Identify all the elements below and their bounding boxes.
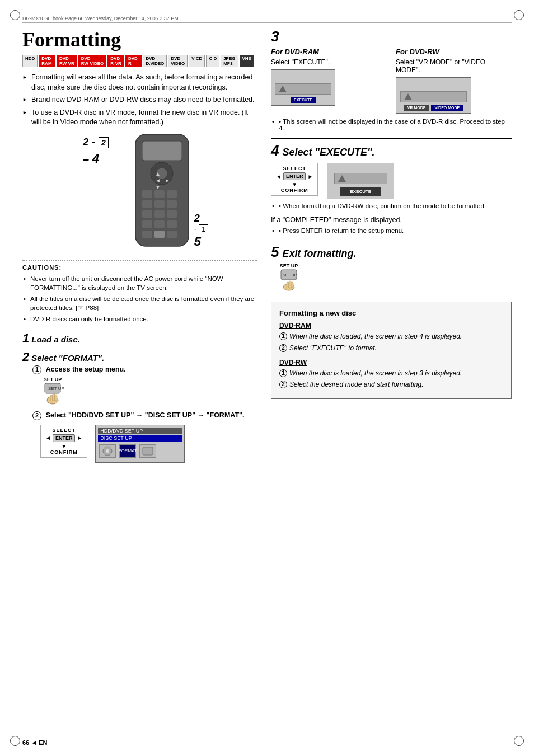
step5-section: 5 Exit formatting. SET UP SET UP xyxy=(271,243,512,293)
svg-marker-34 xyxy=(338,175,346,182)
enter-btn: ENTER xyxy=(53,434,76,442)
vr-mode-buttons: VR MODE VIDEO MODE xyxy=(404,105,463,111)
step4-execute-screen: EXECUTE xyxy=(327,163,394,199)
step1-number: 1 xyxy=(22,331,29,346)
step3-dvd-rw-title: For DVD-RW xyxy=(396,48,512,56)
dvd-rw-step1-num: 1 xyxy=(279,369,287,377)
step2-substep1: 1 Access the setup menu. xyxy=(32,365,257,374)
menu-row-disc: DISC SET UP xyxy=(98,435,182,442)
step5-setup-icon: SET UP SET UP xyxy=(277,263,512,293)
cautions-title: CAUTIONS: xyxy=(22,264,257,271)
svg-rect-19 xyxy=(167,220,177,228)
screen-top-icon2 xyxy=(400,91,467,102)
svg-rect-1 xyxy=(142,141,182,161)
badge-dvd-ram: DVD-RAM xyxy=(39,55,55,67)
step4-select-confirm: SELECT ◄ ENTER ► ▼ CONFIRM xyxy=(271,163,318,196)
step3-dvd-rw-text: Select "VR MODE" or "VIDEO MODE". xyxy=(396,58,512,74)
execute-btn: EXECUTE xyxy=(291,97,316,103)
setup-icon-area: SET UP SET UP xyxy=(40,377,257,406)
step2-number: 2 xyxy=(22,350,29,364)
disc-badges: HDD DVD-RAM DVD-RW-VR DVD-RW-VIDEO DVD-R… xyxy=(22,55,257,67)
step3-dvd-ram-text: Select "EXECUTE". xyxy=(271,58,387,66)
right-arrow: ► xyxy=(77,435,82,441)
header-text: DR-MX10SE.book Page 66 Wednesday, Decemb… xyxy=(22,16,179,21)
video-mode-btn: VIDEO MODE xyxy=(431,105,463,111)
steps-section: 1 Load a disc. 2 Select "FORMAT". 1 Acce… xyxy=(22,331,257,463)
step1-row: 1 Load a disc. xyxy=(22,331,257,346)
svg-rect-13 xyxy=(167,200,177,208)
enter-msg: • Press ENTER to return to the setup men… xyxy=(271,227,512,234)
svg-rect-12 xyxy=(154,200,165,208)
caution-1: Never turn off the unit or disconnect th… xyxy=(22,274,257,292)
svg-rect-40 xyxy=(291,282,293,288)
svg-rect-15 xyxy=(154,210,165,218)
step4-ui-row: SELECT ◄ ENTER ► ▼ CONFIRM xyxy=(271,163,512,199)
step-2-indicators: 2 - 2 – 4 xyxy=(83,134,109,252)
step2-substep2: 2 Select "HDD/DVD SET UP" → "DISC SET UP… xyxy=(32,411,257,420)
substep1-label: Access the setup menu. xyxy=(46,365,126,373)
substep2-num: 2 xyxy=(32,411,41,420)
dvd-rw-step2: 2 Select the desired mode and start form… xyxy=(279,380,503,389)
step2-row: 2 Select "FORMAT". xyxy=(22,350,257,365)
svg-text:▼: ▼ xyxy=(155,184,161,190)
step4-arrows: ◄ ENTER ► xyxy=(276,172,313,180)
step5-label: Exit formatting. xyxy=(282,248,356,260)
select-confirm-control: SELECT ◄ ENTER ► ▼ CONFIRM xyxy=(40,425,87,458)
step5-hand-svg: SET UP xyxy=(277,269,301,291)
bullet-2: Brand new DVD-RAM or DVD-RW discs may al… xyxy=(22,95,257,105)
caution-3: DVD-R discs can only be formatted once. xyxy=(22,314,257,323)
dvd-rw-step2-text: Select the desired mode and start format… xyxy=(289,380,423,389)
step5-number: 5 xyxy=(271,243,279,261)
badge-jpeg-mp3: JPEGMP3 xyxy=(221,55,238,67)
badge-vhs: VHS xyxy=(240,55,254,67)
badge-dvd-d-video: DVD-D.VIDEO xyxy=(143,55,167,67)
badge-vcd: V-CD xyxy=(189,55,205,67)
step4-execute-btn: EXECUTE xyxy=(340,187,381,196)
badge-dvd-r-vr: DVD-R-VR xyxy=(107,55,124,67)
svg-rect-11 xyxy=(142,200,152,208)
dvd-rw-step1: 1 When the disc is loaded, the screen in… xyxy=(279,369,503,378)
badge-hdd: HDD xyxy=(22,55,38,67)
svg-rect-27 xyxy=(53,393,55,401)
confirm-label: CONFIRM xyxy=(50,449,78,455)
caution-2: All the titles on a disc will be deleted… xyxy=(22,294,257,312)
remote-area: 2 - 2 – 4 ▲ ◄ ► ▼ xyxy=(34,134,257,252)
vr-mode-btn: VR MODE xyxy=(404,105,429,111)
svg-rect-26 xyxy=(50,395,53,401)
step2-ui-row: SELECT ◄ ENTER ► ▼ CONFIRM HDD/DVD SET U xyxy=(40,425,257,463)
step4-down-arrow: ▼ xyxy=(292,181,297,187)
svg-rect-31 xyxy=(143,447,153,455)
dvd-rw-label: DVD-RW xyxy=(279,359,503,367)
menu-icon-3 xyxy=(139,444,156,458)
step4-number: 4 xyxy=(271,142,279,159)
step3-execute-screen: EXECUTE xyxy=(271,69,335,106)
svg-rect-21 xyxy=(154,231,165,238)
step3-section: 3 For DVD-RAM Select "EXECUTE". xyxy=(271,28,512,132)
step-2-2: 2 - 2 xyxy=(83,134,109,149)
cautions-box: CAUTIONS: Never turn off the unit or dis… xyxy=(22,260,257,323)
substep1-num: 1 xyxy=(32,365,41,374)
step5-setup-label: SET UP xyxy=(277,263,301,269)
down-arrow: ▼ xyxy=(61,443,67,449)
step4-confirm-label: CONFIRM xyxy=(281,187,308,193)
step2-label: Select "FORMAT". xyxy=(31,353,104,363)
svg-text:▲: ▲ xyxy=(155,171,161,177)
menu-icon-1 xyxy=(99,444,116,458)
dvd-rw-step2-num: 2 xyxy=(279,381,287,388)
corner-tr xyxy=(514,10,524,20)
badge-cd: C D xyxy=(206,55,219,67)
svg-rect-38 xyxy=(287,282,289,288)
step4-screen-icon xyxy=(334,173,387,184)
left-column: Formatting HDD DVD-RAM DVD-RW-VR DVD-RW-… xyxy=(22,28,257,463)
dvd-ram-step2-num: 2 xyxy=(279,344,287,352)
step3-header: 3 xyxy=(271,28,512,45)
svg-text:SET UP: SET UP xyxy=(48,386,64,391)
step-dash-4: – 4 xyxy=(83,151,109,167)
svg-rect-10 xyxy=(167,190,177,198)
dvd-ram-step2-text: Select "EXECUTE" to format. xyxy=(289,344,377,353)
svg-rect-22 xyxy=(167,231,177,238)
step3-number: 3 xyxy=(271,28,279,45)
svg-text:◄: ◄ xyxy=(155,177,161,184)
divider-step3-step4 xyxy=(271,138,512,139)
page-header: DR-MX10SE.book Page 66 Wednesday, Decemb… xyxy=(22,16,512,23)
